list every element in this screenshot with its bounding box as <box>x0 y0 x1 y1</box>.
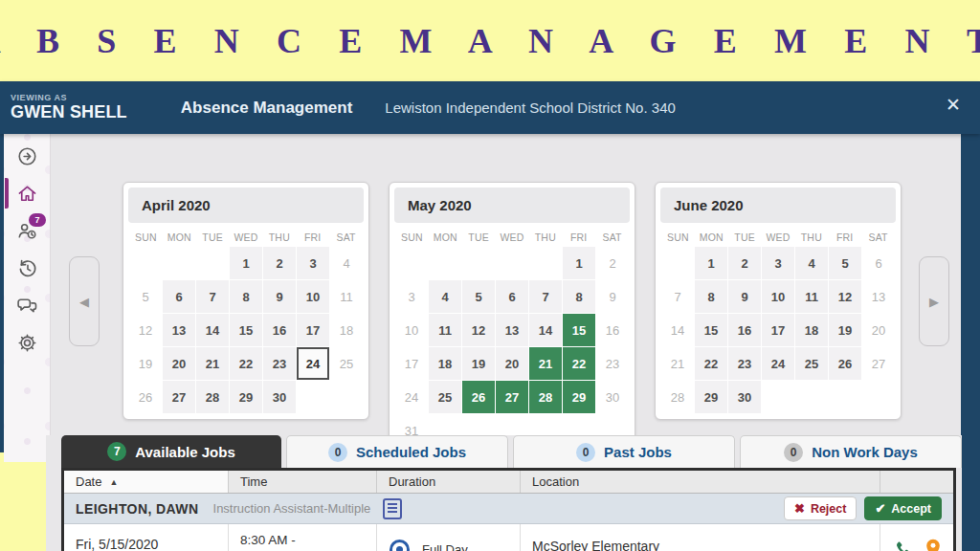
column-header-location[interactable]: Location <box>521 471 880 493</box>
expand-sidebar-icon[interactable] <box>14 143 39 168</box>
calendar-day[interactable]: 4 <box>429 280 461 313</box>
calendar-day[interactable]: 10 <box>762 280 794 313</box>
calendar-day[interactable]: 5 <box>462 280 495 313</box>
calendar-day[interactable]: 20 <box>862 314 895 346</box>
calendar-day[interactable]: 17 <box>762 314 794 346</box>
calendar-day[interactable]: 18 <box>795 314 828 346</box>
calendar-day[interactable]: 13 <box>862 280 895 313</box>
calendar-day[interactable]: 2 <box>596 247 629 279</box>
tab-past-jobs[interactable]: 0Past Jobs <box>513 435 735 468</box>
calendar-day[interactable]: 21 <box>661 347 694 380</box>
reject-button[interactable]: ✖ Reject <box>784 496 857 520</box>
calendar-day[interactable]: 21 <box>196 347 229 380</box>
calendar-day[interactable]: 29 <box>695 381 727 413</box>
tab-available-jobs[interactable]: 7Available Jobs <box>61 435 281 468</box>
calendar-day[interactable]: 12 <box>129 314 162 346</box>
calendar-day[interactable]: 28 <box>529 381 562 413</box>
calendar-day[interactable]: 7 <box>196 280 229 313</box>
calendar-day[interactable]: 10 <box>297 280 329 313</box>
calendar-day[interactable]: 9 <box>728 280 761 313</box>
calendar-day[interactable]: 13 <box>163 314 195 346</box>
calendar-day[interactable]: 26 <box>129 381 162 413</box>
calendar-day[interactable]: 14 <box>196 314 229 346</box>
calendar-day[interactable]: 30 <box>728 381 761 413</box>
calendar-day[interactable]: 16 <box>596 314 629 346</box>
calendar-day[interactable]: 18 <box>330 314 363 346</box>
calendar-day[interactable]: 21 <box>529 347 562 380</box>
calendar-day[interactable]: 18 <box>429 347 461 380</box>
accept-button[interactable]: ✔ Accept <box>864 496 942 520</box>
calendar-day[interactable]: 11 <box>429 314 461 346</box>
calendar-day[interactable]: 25 <box>330 347 363 380</box>
messages-icon[interactable] <box>14 293 39 318</box>
calendar-day[interactable]: 19 <box>462 347 495 380</box>
calendar-day[interactable]: 4 <box>795 247 828 279</box>
calendar-day[interactable]: 23 <box>728 347 761 380</box>
calendar-day[interactable]: 29 <box>230 381 262 413</box>
column-header-date[interactable]: Date ▲ <box>64 471 229 493</box>
home-icon[interactable] <box>14 181 39 206</box>
calendar-day[interactable]: 13 <box>496 314 528 346</box>
calendar-day[interactable]: 24 <box>395 381 428 413</box>
column-header-duration[interactable]: Duration <box>377 471 521 493</box>
job-row[interactable]: Fri, 5/15/2020 8:30 AM - 4:00 PM Full Da… <box>64 524 953 551</box>
calendar-day[interactable]: 16 <box>728 314 761 346</box>
calendar-day[interactable]: 15 <box>563 314 595 346</box>
calendar-day[interactable]: 19 <box>129 347 162 380</box>
calendar-day[interactable]: 22 <box>695 347 727 380</box>
calendar-day[interactable]: 26 <box>462 381 495 413</box>
calendar-day[interactable]: 3 <box>762 247 794 279</box>
calendar-day[interactable]: 14 <box>529 314 562 346</box>
calendar-day[interactable]: 8 <box>695 280 727 313</box>
calendar-day[interactable]: 8 <box>563 280 595 313</box>
calendar-day[interactable]: 16 <box>263 314 296 346</box>
history-icon[interactable] <box>14 255 39 280</box>
calendar-day[interactable]: 17 <box>297 314 329 346</box>
calendar-day[interactable]: 2 <box>728 247 761 279</box>
calendar-day[interactable]: 23 <box>263 347 296 380</box>
calendar-day[interactable]: 7 <box>529 280 562 313</box>
calendar-day[interactable]: 4 <box>330 247 363 279</box>
calendar-day[interactable]: 15 <box>230 314 262 346</box>
calendar-day[interactable]: 8 <box>230 280 262 313</box>
calendar-day[interactable]: 2 <box>263 247 296 279</box>
calendar-day[interactable]: 19 <box>829 314 861 346</box>
phone-icon[interactable] <box>893 540 913 551</box>
tab-non-work-days[interactable]: 0Non Work Days <box>740 435 962 468</box>
calendar-day[interactable]: 28 <box>661 381 694 413</box>
calendar-day[interactable]: 20 <box>496 347 528 380</box>
calendar-day[interactable]: 11 <box>330 280 363 313</box>
calendar-day[interactable]: 11 <box>795 280 828 313</box>
calendar-day[interactable]: 12 <box>829 280 861 313</box>
calendar-day[interactable]: 27 <box>496 381 528 413</box>
calendar-day[interactable]: 6 <box>163 280 195 313</box>
settings-icon[interactable] <box>14 330 39 355</box>
calendar-day[interactable]: 1 <box>230 247 262 279</box>
calendar-day[interactable]: 27 <box>862 347 895 380</box>
calendar-day[interactable]: 20 <box>163 347 195 380</box>
substitutes-icon[interactable]: 7 <box>14 218 39 243</box>
calendar-day[interactable]: 9 <box>596 280 629 313</box>
calendar-day[interactable]: 17 <box>395 347 428 380</box>
calendar-day[interactable]: 26 <box>829 347 861 380</box>
calendar-day[interactable]: 27 <box>163 381 195 413</box>
calendar-day[interactable]: 22 <box>230 347 262 380</box>
calendar-day[interactable]: 7 <box>661 280 694 313</box>
calendar-day[interactable]: 12 <box>462 314 495 346</box>
calendar-day[interactable]: 6 <box>862 247 895 279</box>
calendar-day[interactable]: 1 <box>563 247 595 279</box>
calendar-day[interactable]: 1 <box>695 247 727 279</box>
calendar-day[interactable]: 24 <box>297 347 329 380</box>
calendar-day[interactable]: 30 <box>263 381 296 413</box>
calendar-next-button[interactable]: ▶ <box>919 256 949 346</box>
tab-scheduled-jobs[interactable]: 0Scheduled Jobs <box>286 435 508 468</box>
calendar-day[interactable]: 22 <box>563 347 595 380</box>
calendar-day[interactable]: 3 <box>297 247 329 279</box>
calendar-prev-button[interactable]: ◀ <box>69 256 100 346</box>
calendar-day[interactable]: 30 <box>596 381 629 413</box>
calendar-day[interactable]: 5 <box>129 280 162 313</box>
close-icon[interactable]: ✕ <box>946 96 961 114</box>
calendar-day[interactable]: 9 <box>263 280 296 313</box>
calendar-day[interactable]: 29 <box>563 381 595 413</box>
calendar-day[interactable]: 15 <box>695 314 727 346</box>
